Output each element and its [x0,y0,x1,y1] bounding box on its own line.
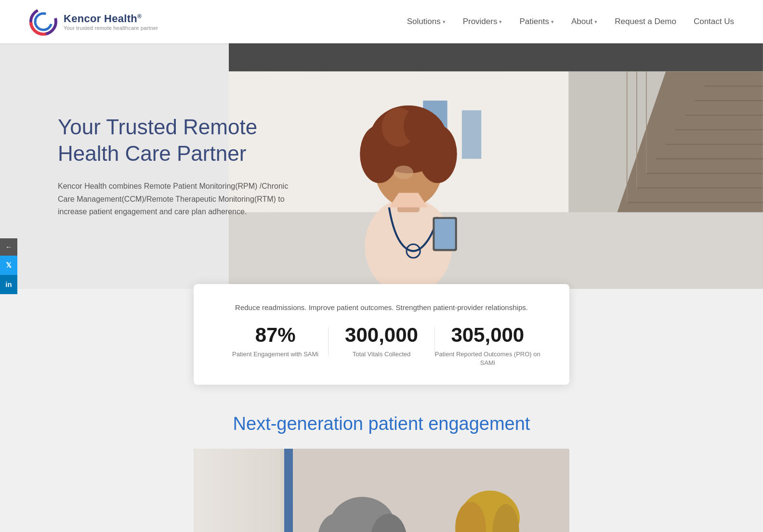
twitter-button[interactable]: 𝕏 [0,256,17,275]
hero-content: Your Trusted Remote Health Care Partner … [0,114,308,218]
stat-vitals-label: Total Vitals Collected [329,350,434,359]
nextgen-title: Next-generation patient engagement [0,414,763,434]
stat-outcomes: 305,000 Patient Reported Outcomes (PRO) … [435,325,540,367]
stat-vitals-number: 300,000 [329,325,434,345]
twitter-icon: 𝕏 [6,261,12,270]
social-sidebar: ← 𝕏 in [0,238,17,294]
nav-contact-us[interactable]: Contact Us [694,17,734,26]
nav-solutions[interactable]: Solutions ▾ [407,17,446,26]
chevron-down-icon: ▾ [551,19,554,25]
chevron-down-icon: ▾ [499,19,502,25]
svg-rect-33 [435,219,455,249]
hero-background-image [229,43,763,289]
social-toggle-button[interactable]: ← [0,238,17,256]
bottom-image-container [0,449,763,532]
main-nav: Solutions ▾ Providers ▾ Patients ▾ About… [407,17,734,26]
bottom-consultation-image [194,449,569,532]
logo-icon [29,7,58,36]
nav-request-demo[interactable]: Request a Demo [615,17,676,26]
stat-engagement: 87% Patient Engagement with SAMi [223,325,328,359]
linkedin-button[interactable]: in [0,275,17,294]
svg-point-1 [35,13,52,30]
logo-tagline: Your trusted remote healthcare partner [64,25,158,31]
chevron-down-icon: ▾ [443,19,446,25]
svg-point-30 [394,166,413,179]
svg-rect-53 [194,449,232,497]
stat-outcomes-label: Patient Reported Outcomes (PRO) on SAMi [435,350,540,367]
stat-outcomes-number: 305,000 [435,325,540,345]
stats-tagline: Reduce readmissions. Improve patient out… [223,303,540,311]
stats-box: Reduce readmissions. Improve patient out… [194,284,569,385]
hero-scene [229,43,763,289]
svg-rect-21 [462,110,481,159]
stats-row: 87% Patient Engagement with SAMi 300,000… [223,325,540,367]
linkedin-icon: in [5,280,12,288]
stats-container: Reduce readmissions. Improve patient out… [0,284,763,385]
stat-engagement-label: Patient Engagement with SAMi [223,350,328,359]
header: Kencor Health® Your trusted remote healt… [0,0,763,43]
hero-section: Your Trusted Remote Health Care Partner … [0,43,763,289]
svg-rect-3 [229,212,763,289]
nextgen-section: Next-generation patient engagement [0,385,763,532]
svg-rect-35 [203,449,280,532]
hero-description: Kencor Health combines Remote Patient Mo… [58,180,289,218]
logo-name: Kencor Health® [64,13,158,25]
svg-rect-50 [284,449,293,532]
logo-area[interactable]: Kencor Health® Your trusted remote healt… [29,7,158,36]
nav-patients[interactable]: Patients ▾ [519,17,553,26]
nav-about[interactable]: About ▾ [571,17,597,26]
svg-point-29 [404,107,433,144]
chevron-down-icon: ▾ [594,19,597,25]
hero-title: Your Trusted Remote Health Care Partner [58,114,308,167]
arrow-left-icon: ← [5,243,12,251]
svg-rect-4 [229,43,763,71]
logo-text-block: Kencor Health® Your trusted remote healt… [64,13,158,31]
stat-vitals: 300,000 Total Vitals Collected [329,325,434,359]
svg-rect-34 [194,449,290,532]
nav-providers[interactable]: Providers ▾ [463,17,502,26]
stat-engagement-number: 87% [223,325,328,345]
consultation-scene [194,449,569,532]
